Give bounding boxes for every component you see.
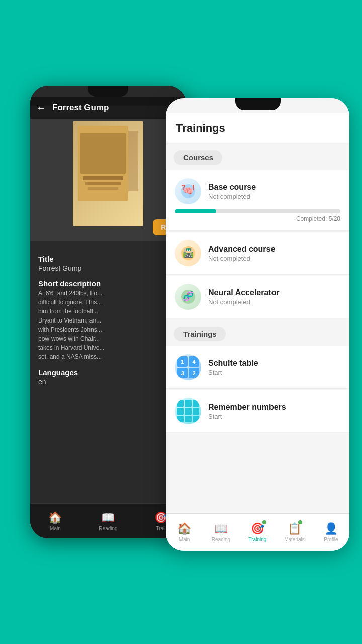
nav-item-reading-front[interactable]: 📖 Reading [203, 522, 239, 542]
advanced-course-name: Advanced course [208, 245, 340, 254]
neural-course-name: Neural Accelerator [208, 288, 340, 297]
trainings-section: Trainings 1 4 3 2 Schulte tabl [166, 319, 349, 433]
home-icon-back: 🏠 [48, 511, 62, 524]
nav-label-reading-back: Reading [99, 526, 117, 531]
book-cover-image [73, 121, 143, 226]
svg-rect-3 [85, 182, 121, 185]
reading-icon-front: 📖 [214, 522, 228, 535]
nav-item-materials-front[interactable]: 📋 Materials [276, 522, 313, 542]
course-card-base[interactable]: 🧠 ❓ ❗ Base course Not completed [166, 170, 349, 231]
nav-label-trail-back: Trail [156, 526, 165, 531]
training-icon-front: 🎯 [251, 522, 264, 535]
bottom-nav-front: 🏠 Main 📖 Reading 🎯 Training 📋 Mater [166, 513, 349, 551]
nav-label-training-front: Training [249, 537, 267, 542]
schulte-action: Start [208, 369, 340, 376]
trainings-content[interactable]: Courses 🧠 ❓ ❗ [166, 143, 349, 513]
schulte-cell-3: 3 [177, 368, 188, 378]
back-phone-notch [88, 86, 128, 97]
svg-rect-1 [80, 133, 126, 174]
trainings-header: Trainings [166, 113, 349, 143]
n-cell-7 [177, 416, 184, 422]
book-title: Forrest Gump [52, 103, 109, 113]
back-phone-screen: Rea ← Forrest Gump Title Forrest Gump Sh… [30, 86, 186, 538]
progress-bar-bg [175, 209, 340, 213]
svg-text:❓: ❓ [180, 184, 187, 191]
numbers-action: Start [208, 413, 340, 420]
trainings-title: Trainings [176, 122, 225, 135]
neural-course-info: Neural Accelerator Not completed [208, 288, 340, 306]
languages-value: en [38, 378, 178, 386]
course-card-advanced[interactable]: 🛣️ Advanced course Not completed [166, 232, 349, 275]
training-card-numbers[interactable]: Remember numbers Start [166, 390, 349, 433]
nav-label-materials-front: Materials [284, 537, 305, 542]
nav-label-profile-front: Profile [324, 537, 338, 542]
nav-label-main-back: Main [50, 526, 61, 531]
schulte-cell-2: 4 [189, 356, 199, 367]
progress-label: Completed: 5/20 [175, 215, 340, 222]
courses-section: Courses 🧠 ❓ ❗ [166, 143, 349, 318]
numbers-grid [175, 398, 201, 424]
training-card-schulte[interactable]: 1 4 3 2 Schulte table Start [166, 346, 349, 389]
schulte-icon: 1 4 3 2 [175, 354, 201, 380]
courses-section-label: Courses [174, 150, 222, 165]
nav-item-main-back[interactable]: 🏠 Main [48, 511, 62, 531]
n-cell-4 [177, 408, 184, 414]
materials-badge [298, 520, 302, 524]
nav-item-training-front[interactable]: 🎯 Training [239, 522, 276, 542]
languages-label: Languages [38, 368, 178, 377]
nav-item-profile-front[interactable]: 👤 Profile [313, 522, 349, 542]
advanced-course-status: Not completed [208, 255, 340, 262]
schulte-cell-1: 1 [177, 356, 188, 367]
back-arrow-icon[interactable]: ← [36, 102, 46, 114]
schulte-name: Schulte table [208, 359, 340, 368]
course-card-neural[interactable]: 🧬 Neural Accelerator Not completed [166, 276, 349, 318]
n-cell-1 [177, 400, 184, 407]
scene: Rea ← Forrest Gump Title Forrest Gump Sh… [0, 0, 362, 644]
neural-course-icon: 🧬 [175, 284, 201, 310]
numbers-name: Remember numbers [208, 403, 340, 412]
svg-rect-2 [83, 176, 123, 180]
nav-label-main-front: Main [179, 537, 190, 542]
nav-item-reading-back[interactable]: 📖 Reading [99, 511, 117, 531]
numbers-info: Remember numbers Start [208, 403, 340, 420]
book-info: Title Forrest Gump Short description At … [30, 247, 186, 401]
profile-icon-front: 👤 [324, 522, 338, 535]
trainings-section-label: Trainings [174, 327, 226, 341]
book-header: ← Forrest Gump [30, 97, 186, 119]
front-phone-notch [235, 98, 281, 110]
short-desc-label: Short description [38, 279, 178, 288]
front-phone-screen: Trainings Courses 🧠 ❓ [166, 98, 349, 551]
svg-text:❗: ❗ [190, 184, 197, 191]
base-course-status: Not completed [208, 193, 340, 200]
base-course-icon: 🧠 ❓ ❗ [175, 178, 201, 204]
schulte-grid: 1 4 3 2 [175, 354, 201, 380]
bottom-nav-back: 🏠 Main 📖 Reading 🎯 Trail [30, 503, 186, 538]
svg-text:🛣️: 🛣️ [183, 247, 194, 258]
n-cell-2 [185, 400, 191, 407]
nav-item-main-front[interactable]: 🏠 Main [166, 522, 203, 542]
neural-course-status: Not completed [208, 298, 340, 306]
schulte-info: Schulte table Start [208, 359, 340, 376]
n-cell-6 [193, 408, 199, 414]
base-course-progress: Completed: 5/20 [175, 209, 340, 222]
advanced-course-info: Advanced course Not completed [208, 245, 340, 262]
numbers-icon [175, 398, 201, 424]
schulte-cell-4: 2 [189, 368, 199, 378]
materials-icon-front: 📋 [288, 522, 301, 535]
title-value: Forrest Gump [38, 264, 178, 272]
n-cell-5 [185, 408, 191, 414]
base-course-name: Base course [208, 183, 340, 192]
front-phone: Trainings Courses 🧠 ❓ [166, 98, 349, 551]
progress-bar-fill [175, 209, 216, 213]
nav-label-reading-front: Reading [212, 537, 230, 542]
n-cell-3 [193, 400, 199, 407]
back-phone: Rea ← Forrest Gump Title Forrest Gump Sh… [30, 86, 186, 538]
svg-text:🧬: 🧬 [183, 291, 194, 302]
advanced-course-icon: 🛣️ [175, 240, 201, 266]
short-desc-text: At 6'6" and 240lbs, Fo...difficult to ig… [38, 289, 178, 361]
svg-rect-4 [88, 187, 118, 190]
home-icon-front: 🏠 [177, 522, 191, 535]
title-label: Title [38, 255, 178, 263]
reading-icon-back: 📖 [101, 511, 115, 524]
n-cell-8 [185, 416, 191, 422]
